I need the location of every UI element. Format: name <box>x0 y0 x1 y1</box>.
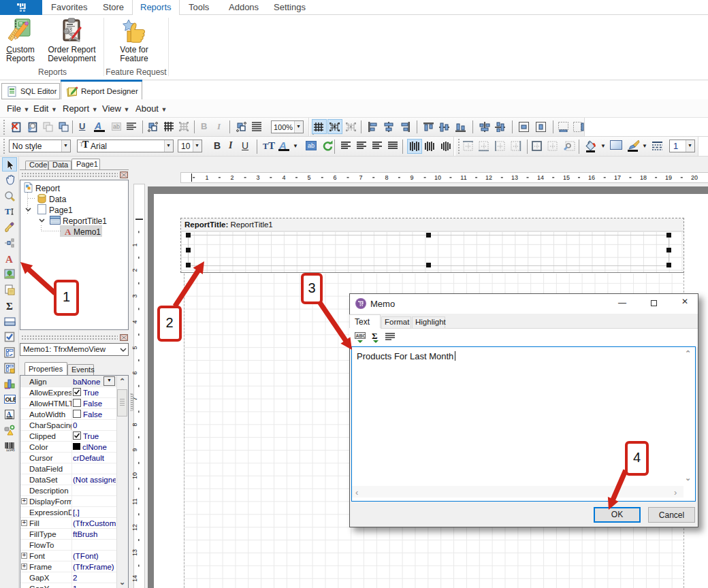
svg-text:T: T <box>5 206 11 216</box>
svg-text:OLE: OLE <box>5 396 16 403</box>
svg-text:A: A <box>5 254 13 265</box>
svg-text:Σ: Σ <box>372 331 378 341</box>
svg-text:ABC: ABC <box>356 333 366 338</box>
svg-text:A: A <box>7 410 12 418</box>
svg-text:Σ: Σ <box>6 301 13 312</box>
svg-text:12345: 12345 <box>6 448 15 452</box>
